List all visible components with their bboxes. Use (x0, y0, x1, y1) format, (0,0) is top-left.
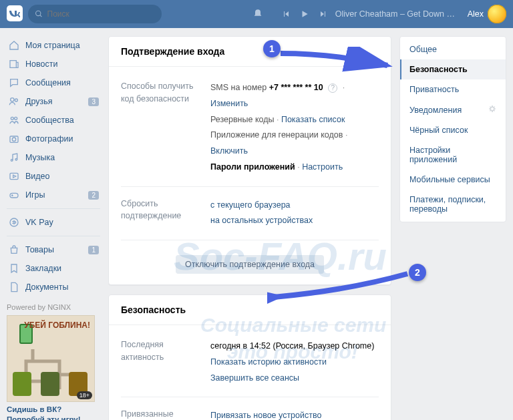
svg-point-9 (11, 160, 13, 162)
powered-by: Powered by NGINX (7, 303, 100, 311)
settings-nav-item[interactable]: Мобильные сервисы (400, 170, 506, 190)
bookmark-icon (8, 262, 20, 274)
sidebar-item-label: Товары (25, 245, 54, 254)
backup-codes-label: Резервные коды (210, 115, 274, 124)
settings-nav-item[interactable]: Настройки приложений (400, 140, 506, 170)
ad-title[interactable]: Сидишь в ВК? Попробуй эту игру! (7, 405, 100, 420)
sidebar-item-home[interactable]: Моя страница (7, 36, 100, 55)
sidebar-item-games[interactable]: Игры2 (7, 186, 100, 204)
friends-icon (8, 95, 20, 108)
music-icon (8, 152, 20, 164)
search-input[interactable] (47, 9, 155, 19)
main-layout: Моя страницаНовостиСообщенияДрузья3Сообщ… (0, 28, 513, 420)
sidebar-item-market[interactable]: Товары1 (7, 240, 100, 259)
settings-nav-item[interactable]: Уведомления (400, 99, 506, 120)
settings-nav-label: Мобильные сервисы (409, 175, 490, 184)
avatar[interactable] (488, 5, 506, 23)
svg-point-10 (15, 158, 17, 160)
home-icon (8, 39, 20, 51)
sidebar-item-news[interactable]: Новости (7, 55, 100, 73)
bell-icon[interactable] (250, 9, 265, 19)
settings-nav-label: Чёрный список (409, 126, 468, 135)
phone-masked: +7 *** *** ** 10 (269, 83, 323, 92)
settings-nav-label: Настройки приложений (409, 146, 496, 164)
now-playing[interactable]: Oliver Cheatham – Get Down Saturd... (335, 9, 456, 19)
row-content: SMS на номер +7 *** *** ** 10 ? Изменить… (210, 80, 379, 176)
sidebar-item-pay[interactable]: VK Pay (7, 213, 100, 232)
svg-point-3 (11, 98, 14, 101)
sidebar-item-label: Видео (25, 172, 50, 181)
settings-nav-label: Общее (409, 45, 437, 54)
games-icon (8, 189, 20, 201)
row-label: Последняя активность (121, 339, 201, 386)
nav-separator (7, 208, 100, 209)
annotation-badge-1: 1 (263, 40, 281, 57)
sidebar-item-label: Моя страница (25, 41, 80, 50)
settings-nav-item[interactable]: Общее (400, 39, 506, 59)
end-all-sessions-link[interactable]: Завершить все сеансы (210, 373, 299, 383)
sidebar-item-label: Музыка (25, 153, 55, 162)
settings-nav-label: Безопасность (409, 65, 468, 74)
row-label: Привязанные устройства (121, 408, 201, 420)
play-icon[interactable] (297, 9, 312, 19)
top-header: Oliver Cheatham – Get Down Saturd... Ale… (0, 0, 513, 28)
last-activity-value: сегодня в 14:52 (Россия, Браузер Chrome) (210, 339, 379, 355)
sidebar-item-label: VK Pay (25, 218, 53, 227)
sidebar-item-label: Документы (25, 282, 68, 292)
sidebar-item-label: Новости (25, 59, 57, 69)
svg-rect-12 (10, 193, 18, 198)
gear-icon[interactable] (488, 105, 496, 115)
sidebar-item-video[interactable]: Видео (7, 167, 100, 186)
sidebar-item-groups[interactable]: Сообщества (7, 111, 100, 130)
video-icon (8, 170, 20, 182)
settings-nav-item[interactable]: Чёрный список (400, 120, 506, 140)
left-nav: Моя страницаНовостиСообщенияДрузья3Сообщ… (7, 36, 100, 420)
badge: 3 (88, 97, 99, 106)
show-history-link[interactable]: Показать историю активности (210, 357, 327, 367)
reset-others-link[interactable]: на остальных устройствах (210, 216, 313, 225)
svg-line-2 (40, 15, 42, 17)
sidebar-item-label: Сообщения (25, 78, 71, 87)
sidebar-item-friends[interactable]: Друзья3 (7, 92, 100, 111)
settings-nav-label: Платежи, подписки, переводы (409, 195, 496, 214)
market-icon (8, 244, 20, 256)
settings-nav-item[interactable]: Платежи, подписки, переводы (400, 190, 506, 219)
sidebar-item-label: Закладки (25, 264, 61, 273)
annotation-arrow-2 (267, 270, 414, 304)
settings-nav-item[interactable]: Безопасность (400, 59, 506, 79)
app-passwords-label: Пароли приложений (210, 162, 295, 172)
reset-current-link[interactable]: с текущего браузера (210, 200, 291, 210)
chat-icon (8, 77, 20, 89)
sidebar-item-docs[interactable]: Документы (7, 278, 100, 296)
svg-point-6 (15, 117, 17, 120)
pay-icon (8, 216, 20, 228)
prev-track-icon[interactable] (279, 10, 293, 18)
sidebar-item-music[interactable]: Музыка (7, 148, 100, 167)
sidebar-item-label: Игры (25, 190, 45, 200)
sidebar-item-label: Друзья (25, 97, 53, 106)
security-card: Безопасность Последняя активность сегодн… (108, 294, 391, 420)
photo-icon (8, 133, 20, 145)
ad-caption: УБЕЙ ГОБЛИНА! (24, 321, 90, 330)
ad-banner[interactable]: УБЕЙ ГОБЛИНА! 18+ (7, 315, 95, 402)
help-icon[interactable]: ? (328, 83, 337, 93)
show-list-link[interactable]: Показать список (277, 115, 345, 124)
age-badge: 18+ (77, 391, 92, 399)
search-input-wrapper[interactable] (28, 5, 162, 23)
annotation-badge-2: 2 (409, 264, 426, 281)
sidebar-item-chat[interactable]: Сообщения (7, 73, 100, 92)
settings-nav-item[interactable]: Приватность (400, 79, 506, 99)
sms-label: SMS на номер (210, 83, 267, 92)
username[interactable]: Alex (468, 9, 484, 19)
settings-nav-label: Приватность (409, 85, 459, 94)
next-track-icon[interactable] (316, 10, 331, 18)
search-icon (35, 9, 43, 19)
svg-point-8 (12, 138, 15, 141)
sidebar-item-bookmark[interactable]: Закладки (7, 259, 100, 278)
vk-logo-icon[interactable] (7, 5, 23, 23)
configure-link[interactable]: Настроить (297, 162, 343, 172)
bind-new-device-link[interactable]: Привязать новое устройство (210, 411, 321, 420)
svg-point-5 (11, 117, 13, 120)
nav-separator (7, 236, 100, 236)
sidebar-item-photo[interactable]: Фотографии (7, 130, 100, 148)
